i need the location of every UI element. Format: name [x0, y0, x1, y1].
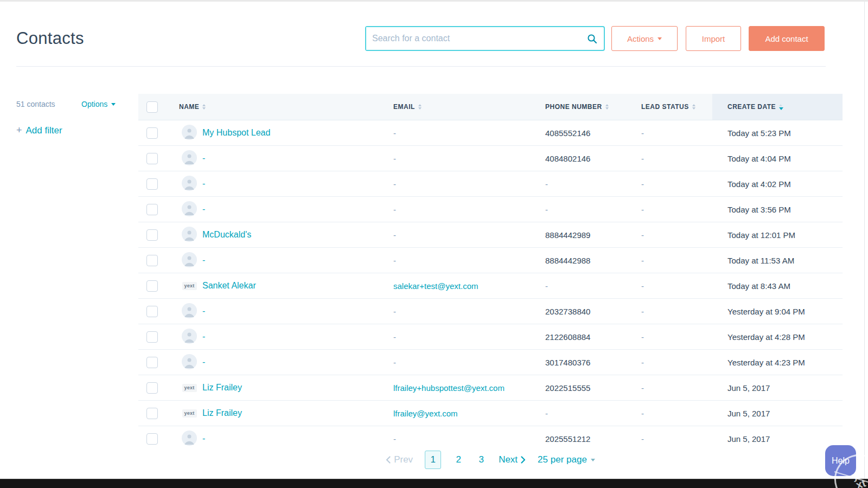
- add-contact-button[interactable]: Add contact: [749, 26, 825, 51]
- table-row[interactable]: My Hubspot Lead-4085552146-Today at 5:23…: [138, 120, 843, 146]
- table-row[interactable]: --8884442988-Today at 11:53 AM: [138, 248, 843, 273]
- pagination-prev-button[interactable]: Prev: [386, 454, 413, 465]
- search-input[interactable]: [366, 27, 587, 50]
- window-right-edge: [864, 2, 865, 479]
- contact-name-link[interactable]: -: [202, 434, 205, 444]
- header-checkbox-cell: [138, 94, 171, 120]
- contact-email-link[interactable]: salekar+test@yext.com: [393, 281, 478, 291]
- contact-name-link[interactable]: -: [202, 306, 205, 316]
- contact-email: -: [393, 129, 396, 138]
- column-header-lead-status[interactable]: LEAD STATUS: [641, 94, 712, 120]
- table-row[interactable]: --3017480376-Yesterday at 4:23 PM: [138, 350, 843, 375]
- contact-create-date: Today at 8:43 AM: [727, 281, 790, 291]
- table-row[interactable]: --2032738840-Yesterday at 9:04 PM: [138, 299, 843, 324]
- contact-name-link[interactable]: Liz Frailey: [202, 383, 242, 393]
- sort-icon: [692, 104, 695, 110]
- person-avatar-icon: [182, 227, 197, 243]
- table-row[interactable]: --2122608884-Yesterday at 4:28 PM: [138, 324, 843, 350]
- contact-email-link[interactable]: lfrailey+hubspottest@yext.com: [393, 383, 505, 393]
- add-filter-button[interactable]: +Add filter: [16, 125, 62, 136]
- page-number-3[interactable]: 3: [476, 454, 487, 465]
- contact-email: -: [393, 332, 396, 342]
- per-page-label: 25 per page: [538, 454, 587, 465]
- table-row[interactable]: --2025551212-Jun 5, 2017: [138, 426, 843, 446]
- row-checkbox[interactable]: [146, 382, 158, 394]
- pagination-next-button[interactable]: Next: [499, 454, 526, 465]
- contact-lead-status: -: [641, 179, 644, 189]
- contact-lead-status: -: [641, 409, 644, 418]
- options-label: Options: [81, 100, 107, 108]
- page-title: Contacts: [16, 29, 84, 48]
- contact-phone: -: [545, 281, 548, 291]
- yext-logo-avatar: yext: [182, 409, 197, 418]
- contact-name-link[interactable]: -: [202, 332, 205, 342]
- page-number-2[interactable]: 2: [453, 454, 464, 465]
- table-row[interactable]: yextLiz Fraileylfrailey+hubspottest@yext…: [138, 375, 843, 401]
- actions-button[interactable]: Actions: [611, 26, 678, 51]
- contact-lead-status: -: [641, 230, 644, 240]
- contact-phone: 2122608884: [545, 332, 590, 342]
- import-button[interactable]: Import: [686, 26, 741, 51]
- column-header-label: NAME: [179, 103, 199, 111]
- contact-create-date: Today at 5:23 PM: [727, 129, 791, 138]
- row-checkbox[interactable]: [146, 204, 158, 215]
- row-checkbox[interactable]: [146, 255, 158, 266]
- row-checkbox[interactable]: [146, 178, 158, 190]
- select-all-checkbox[interactable]: [146, 101, 158, 113]
- contact-name-link[interactable]: Liz Frailey: [202, 408, 242, 418]
- contact-create-date: Yesterday at 4:23 PM: [727, 358, 805, 367]
- person-avatar-icon: [182, 329, 197, 345]
- search-icon[interactable]: [587, 34, 597, 44]
- help-button[interactable]: Help: [825, 445, 856, 476]
- per-page-dropdown[interactable]: 25 per page: [538, 454, 595, 465]
- contact-lead-status: -: [641, 129, 644, 138]
- contact-name-link[interactable]: McDuckald's: [202, 230, 251, 240]
- contact-name-link[interactable]: -: [202, 153, 205, 163]
- contact-email: -: [393, 256, 396, 265]
- contact-search: [365, 26, 605, 51]
- page-number-1-current[interactable]: 1: [425, 451, 441, 469]
- row-checkbox[interactable]: [146, 331, 158, 343]
- column-header-phone-number[interactable]: PHONE NUMBER: [545, 94, 641, 120]
- contact-name-link[interactable]: -: [202, 179, 205, 189]
- contact-name-link[interactable]: My Hubspot Lead: [202, 128, 270, 138]
- table-row[interactable]: ----Today at 3:56 PM: [138, 197, 843, 222]
- contact-name-link[interactable]: -: [202, 204, 205, 214]
- column-header-create-date[interactable]: CREATE DATE: [712, 94, 843, 120]
- contact-name-link[interactable]: Sanket Alekar: [202, 281, 256, 291]
- row-checkbox[interactable]: [146, 433, 158, 445]
- table-row[interactable]: --4084802146-Today at 4:04 PM: [138, 146, 843, 171]
- contact-name-link[interactable]: -: [202, 357, 205, 367]
- table-row[interactable]: McDuckald's-8884442989-Today at 12:01 PM: [138, 222, 843, 248]
- contact-lead-status: -: [641, 332, 644, 342]
- contact-email-link[interactable]: lfrailey@yext.com: [393, 409, 458, 418]
- row-checkbox[interactable]: [146, 306, 158, 317]
- row-checkbox[interactable]: [146, 408, 158, 419]
- table-row[interactable]: yextSanket Alekarsalekar+test@yext.com--…: [138, 273, 843, 299]
- contact-phone: 8884442988: [545, 256, 590, 265]
- column-header-label: EMAIL: [393, 103, 415, 111]
- row-checkbox[interactable]: [146, 280, 158, 292]
- row-checkbox[interactable]: [146, 153, 158, 164]
- table-row[interactable]: ----Today at 4:02 PM: [138, 171, 843, 197]
- sort-icon: [418, 104, 422, 110]
- person-avatar-icon: [182, 431, 197, 447]
- person-avatar-icon: [182, 354, 197, 371]
- row-checkbox[interactable]: [146, 229, 158, 241]
- options-dropdown[interactable]: Options: [81, 100, 116, 108]
- contact-lead-status: -: [641, 434, 644, 444]
- row-checkbox[interactable]: [146, 357, 158, 368]
- contact-create-date: Yesterday at 9:04 PM: [727, 307, 805, 316]
- contact-phone: 2022515555: [545, 383, 590, 393]
- contact-name-link[interactable]: -: [202, 255, 205, 265]
- pagination: Prev 123 Next 25 per page: [138, 450, 843, 470]
- contact-create-date: Today at 4:04 PM: [727, 154, 791, 163]
- sort-icon: [605, 104, 609, 110]
- column-header-name[interactable]: NAME: [171, 94, 393, 120]
- column-header-email[interactable]: EMAIL: [393, 94, 545, 120]
- yext-logo-avatar: yext: [182, 384, 197, 392]
- contact-phone: -: [545, 409, 548, 418]
- contact-email: -: [393, 154, 396, 163]
- row-checkbox[interactable]: [146, 127, 158, 139]
- table-row[interactable]: yextLiz Fraileylfrailey@yext.com--Jun 5,…: [138, 401, 843, 426]
